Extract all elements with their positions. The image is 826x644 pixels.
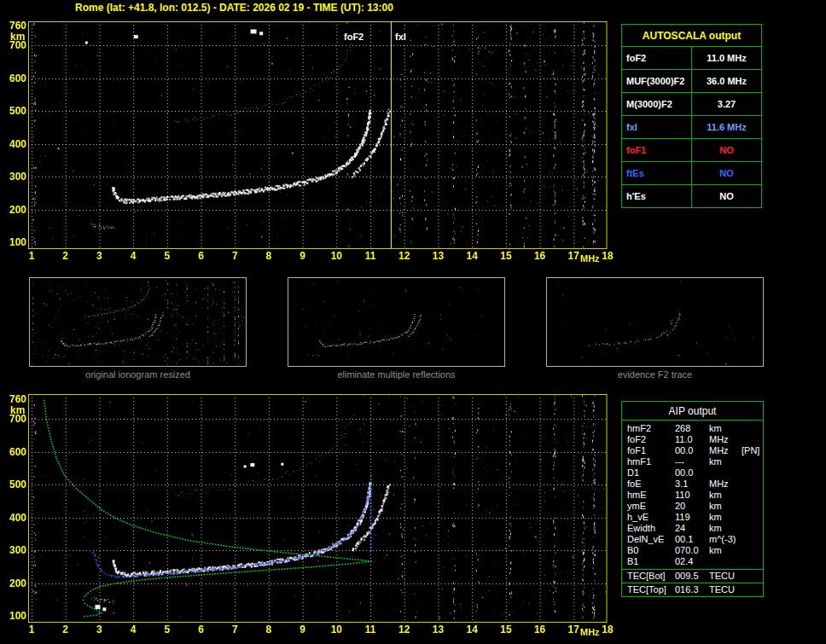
autoscala-table-row: h'Es NO <box>622 185 761 207</box>
aip-table-row: foE 3.1 MHz <box>622 479 763 490</box>
parameter-unit: km <box>709 423 742 434</box>
parameter-name: DelN_vE <box>622 534 675 545</box>
tec-row: TEC[Top] 016.3 TECU <box>622 583 763 596</box>
thumbnail-original-canvas <box>29 277 247 367</box>
parameter-name: foF1 <box>622 139 692 161</box>
parameter-unit: km <box>709 545 742 556</box>
parameter-unit: km <box>709 501 742 512</box>
aip-table-row: B0 070.0 km <box>622 545 763 556</box>
parameter-name: hmF1 <box>622 456 675 467</box>
thumbnail-f2-trace <box>546 277 764 367</box>
autoscala-table-row: MUF(3000)F2 36.0 MHz <box>622 70 761 93</box>
parameter-unit: m^(-3) <box>709 534 742 545</box>
parameter-value: NO <box>692 185 761 207</box>
parameter-name: ftEs <box>622 162 692 184</box>
tec-name: TEC[Top] <box>622 583 675 596</box>
parameter-value: 3.1 <box>675 479 709 490</box>
parameter-unit: MHz <box>709 445 742 456</box>
parameter-name: foF2 <box>622 434 675 445</box>
aip-table-row: Ewidth 24 km <box>622 523 763 534</box>
parameter-extra <box>742 467 763 479</box>
parameter-value: 20 <box>675 501 709 512</box>
parameter-extra <box>742 490 763 501</box>
aip-table-row: foF1 00.0 MHz [PN] <box>622 445 763 456</box>
parameter-extra: [PN] <box>742 445 763 456</box>
parameter-unit <box>709 467 742 479</box>
aip-output-table: AIP output hmF2 268 km foF2 11.0 MHz foF… <box>621 401 764 597</box>
parameter-value: 00.1 <box>675 534 709 545</box>
thumbnail-original-ionogram <box>29 277 247 367</box>
thumbnail-multiple-reflections <box>288 277 505 367</box>
parameter-name: M(3000)F2 <box>622 93 692 115</box>
thumbnail-caption-multiple-reflections: eliminate multiple reflections <box>288 369 505 380</box>
autoscala-table-row: foF2 11.0 MHz <box>622 47 761 70</box>
parameter-name: hmF2 <box>622 423 675 434</box>
aip-table-row: hmF1 --- km <box>622 456 763 467</box>
tec-unit: TECU <box>709 570 763 583</box>
parameter-name: foE <box>622 479 675 490</box>
parameter-value: NO <box>692 162 761 184</box>
parameter-name: B1 <box>622 556 675 567</box>
top-ionogram-plot <box>0 0 619 270</box>
autoscala-table-rows: foF2 11.0 MHz MUF(3000)F2 36.0 MHz M(300… <box>622 47 761 207</box>
parameter-name: D1 <box>622 467 675 479</box>
aip-table-title: AIP output <box>622 402 763 421</box>
aip-table-row: foF2 11.0 MHz <box>622 434 763 445</box>
parameter-name: fxI <box>622 116 692 138</box>
autoscala-table-row: fxI 11.6 MHz <box>622 116 761 139</box>
parameter-value: 070.0 <box>675 545 709 556</box>
parameter-extra <box>742 556 763 567</box>
parameter-name: Ewidth <box>622 523 675 534</box>
parameter-value: 268 <box>675 423 709 434</box>
aip-table-row: hmF2 268 km <box>622 423 763 434</box>
parameter-value: 24 <box>675 523 709 534</box>
parameter-unit: MHz <box>709 479 742 490</box>
tec-value: 009.5 <box>675 570 709 583</box>
parameter-extra <box>742 456 763 467</box>
parameter-value: --- <box>675 456 709 467</box>
parameter-name: hmE <box>622 490 675 501</box>
parameter-extra <box>742 423 763 434</box>
parameter-extra <box>742 534 763 545</box>
aip-table-row: ymE 20 km <box>622 501 763 512</box>
parameter-extra <box>742 501 763 512</box>
tec-row: TEC[Bot] 009.5 TECU <box>622 569 763 583</box>
parameter-unit: km <box>709 456 742 467</box>
aip-table-rows: hmF2 268 km foF2 11.0 MHz foF1 00.0 MHz … <box>622 421 763 569</box>
aip-table-row: hmE 110 km <box>622 490 763 501</box>
aip-table-row: h_vE 119 km <box>622 512 763 523</box>
aip-table-row: B1 02.4 <box>622 556 763 567</box>
aip-tec-rows: TEC[Bot] 009.5 TECU TEC[Top] 016.3 TECU <box>622 569 763 596</box>
bottom-ionogram-plot <box>0 388 619 644</box>
parameter-unit <box>709 556 742 567</box>
parameter-value: 02.4 <box>675 556 709 567</box>
parameter-extra <box>742 479 763 490</box>
aip-table-row: DelN_vE 00.1 m^(-3) <box>622 534 763 545</box>
parameter-name: ymE <box>622 501 675 512</box>
autoscala-table-row: foF1 NO <box>622 139 761 162</box>
parameter-name: h_vE <box>622 512 675 523</box>
parameter-name: foF1 <box>622 445 675 456</box>
autoscala-table-row: M(3000)F2 3.27 <box>622 93 761 116</box>
parameter-value: 11.6 MHz <box>692 116 761 138</box>
tec-unit: TECU <box>709 583 763 596</box>
parameter-value: 110 <box>675 490 709 501</box>
parameter-name: MUF(3000)F2 <box>622 70 692 92</box>
parameter-extra <box>742 545 763 556</box>
parameter-unit: km <box>709 512 742 523</box>
parameter-name: h'Es <box>622 185 692 207</box>
parameter-name: foF2 <box>622 47 692 69</box>
tec-value: 016.3 <box>675 583 709 596</box>
fxI-annotation-label: fxI <box>393 31 409 43</box>
thumbnail-f2-trace-canvas <box>546 277 764 367</box>
parameter-value: 11.0 <box>675 434 709 445</box>
parameter-value: 119 <box>675 512 709 523</box>
parameter-unit: km <box>709 490 742 501</box>
parameter-value: 11.0 MHz <box>692 47 761 69</box>
thumbnail-multiple-reflections-canvas <box>288 277 505 367</box>
parameter-unit: km <box>709 523 742 534</box>
parameter-extra <box>742 523 763 534</box>
parameter-extra <box>742 434 763 445</box>
parameter-extra <box>742 512 763 523</box>
parameter-value: 36.0 MHz <box>692 70 761 92</box>
